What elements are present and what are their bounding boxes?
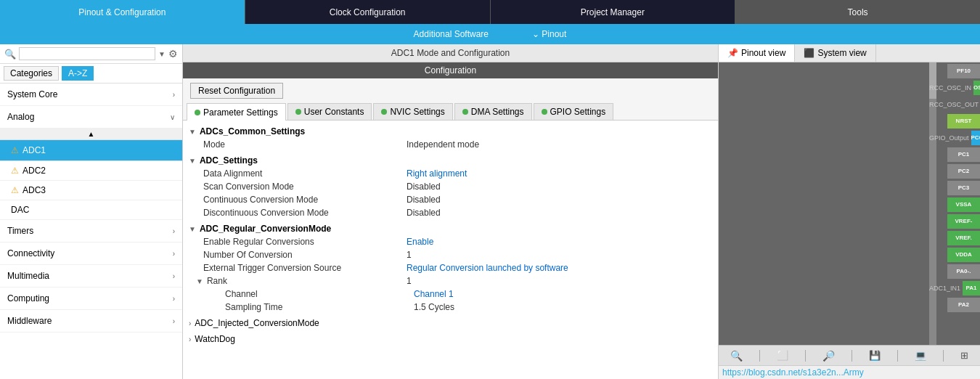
pin-item-nrst: NRST — [929, 113, 980, 129]
config-tabs: Parameter Settings User Constants NVIC S… — [183, 103, 718, 121]
pin-label-pc0: GPIO_Output — [929, 134, 971, 142]
pin-box-vssa[interactable]: VSSA — [947, 197, 980, 212]
nav-tools[interactable]: Tools — [735, 0, 980, 24]
warn-icon-adc1: ⚠ — [11, 145, 19, 155]
toolbar-div3 — [852, 350, 852, 362]
toolbar-div5 — [943, 350, 944, 362]
tab-gpio-settings[interactable]: GPIO Settings — [534, 103, 614, 120]
tree-rank-header[interactable]: ▼ Rank 1 — [196, 274, 712, 288]
sidebar-item-middleware[interactable]: Middleware › — [0, 310, 182, 333]
tree-section-header-adc-settings[interactable]: ▼ ADC_Settings — [189, 154, 712, 167]
nav-pinout[interactable]: Pinout & Configuration — [0, 0, 245, 24]
pin-item-vref-dot: VREF. — [929, 229, 980, 246]
tab-az[interactable]: A->Z — [62, 66, 94, 81]
pin-box-vref-minus[interactable]: VREF- — [947, 214, 980, 229]
save-icon[interactable]: 💾 — [866, 349, 883, 362]
pin-box-pc1[interactable]: PC1 — [947, 147, 980, 162]
reset-btn-container: Reset Configuration — [183, 78, 718, 103]
fit-view-icon[interactable]: ⬜ — [774, 349, 791, 362]
system-view-icon: ⬛ — [804, 48, 814, 58]
pin-box-osc-in[interactable]: OSC... — [973, 81, 980, 95]
toolbar-div4 — [897, 350, 898, 362]
pin-box-pf10[interactable]: PF10 — [947, 64, 980, 78]
tab-categories[interactable]: Categories — [4, 66, 59, 81]
tree-row-sampling-time: Sampling Time 1.5 Cycles — [196, 301, 712, 314]
tree-section-injected: › ADC_Injected_ConversionMode — [183, 315, 718, 331]
zoom-out-icon[interactable]: 🔍 — [727, 349, 746, 363]
tree-section-adc-settings: ▼ ADC_Settings Data Alignment Right alig… — [183, 152, 718, 221]
scroll-up-btn[interactable]: ▲ — [0, 129, 182, 140]
pin-list: PF10 RCC_OSC_IN OSC... RCC_OSC_OUT OSC..… — [929, 62, 980, 313]
pin-label-osc-out: RCC_OSC_OUT — [929, 101, 980, 108]
pin-item-pa1: ADC1_IN1 PA1 — [929, 280, 980, 296]
nav-additional-software[interactable]: Additional Software — [414, 29, 489, 39]
pin-item-pc2: PC2 — [929, 163, 980, 179]
tab-nvic-settings[interactable]: NVIC Settings — [373, 103, 452, 120]
pin-item-pf10: PF10 — [929, 62, 980, 79]
pin-box-pc3[interactable]: PC3 — [947, 181, 980, 195]
tab-pinout-view[interactable]: 📌 Pinout view — [719, 44, 795, 62]
sidebar-item-adc2[interactable]: ⚠ ADC2 — [0, 161, 182, 181]
search-input[interactable] — [19, 47, 155, 60]
nav-project[interactable]: Project Manager — [491, 0, 736, 24]
right-panel: 📌 Pinout view ⬛ System view PF10 — [719, 44, 980, 379]
sidebar-item-adc3[interactable]: ⚠ ADC3 — [0, 181, 182, 200]
pin-box-pa1[interactable]: PA1 — [963, 281, 980, 296]
zoom-in-icon[interactable]: 🔎 — [820, 349, 838, 363]
config-bar: Configuration — [183, 62, 718, 78]
warn-icon-adc2: ⚠ — [11, 166, 19, 176]
sidebar-item-system-core[interactable]: System Core › — [0, 83, 182, 106]
tree-section-header-injected[interactable]: › ADC_Injected_ConversionMode — [189, 317, 712, 330]
gear-icon[interactable]: ⚙ — [168, 48, 178, 60]
pin-box-pa2[interactable]: PA2 — [947, 298, 980, 312]
tab-user-constants[interactable]: User Constants — [287, 103, 372, 120]
nav-clock[interactable]: Clock Configuration — [245, 0, 491, 24]
sidebar-item-connectivity[interactable]: Connectivity › — [0, 243, 182, 265]
sidebar-item-computing[interactable]: Computing › — [0, 288, 182, 310]
grid-icon[interactable]: ⊞ — [957, 349, 971, 362]
tab-dma-settings[interactable]: DMA Settings — [454, 103, 532, 120]
pin-box-pa0[interactable]: PA0-. — [947, 264, 980, 279]
tree-section-header-adcs[interactable]: ▼ ADCs_Common_Settings — [189, 125, 712, 138]
tree-row-discontinuous-mode: Discontinuous Conversion Mode Disabled — [189, 206, 712, 219]
pin-item-pc1: PC1 — [929, 146, 980, 163]
tab-param-settings[interactable]: Parameter Settings — [187, 103, 286, 121]
sidebar-item-timers[interactable]: Timers › — [0, 220, 182, 243]
pin-box-pc2[interactable]: PC2 — [947, 164, 980, 179]
pin-label-osc-in: RCC_OSC_IN — [929, 84, 973, 91]
dot-dma — [462, 109, 468, 115]
chevron-right-multimedia: › — [173, 272, 175, 280]
sidebar-item-dac[interactable]: DAC — [0, 200, 182, 220]
tree-section-header-watchdog[interactable]: › WatchDog — [189, 333, 712, 346]
tree-row-scan-mode: Scan Conversion Mode Disabled — [189, 180, 712, 193]
nav-pinout-sub[interactable]: ⌄ Pinout — [532, 29, 566, 39]
pin-box-vref-dot[interactable]: VREF. — [947, 231, 980, 245]
reset-config-button[interactable]: Reset Configuration — [190, 83, 283, 99]
sidebar-item-analog[interactable]: Analog ∨ — [0, 106, 182, 129]
pin-box-pc0[interactable]: PC0 — [971, 131, 980, 145]
tree-section-header-regular[interactable]: ▼ ADC_Regular_ConversionMode — [189, 222, 712, 235]
tree-row-ext-trigger: External Trigger Conversion Source Regul… — [189, 261, 712, 274]
sidebar-item-adc1[interactable]: ⚠ ADC1 — [0, 140, 182, 161]
dropdown-arrow[interactable]: ▼ — [158, 50, 166, 58]
pin-label-pa1: ADC1_IN1 — [929, 285, 963, 292]
center-panel: ADC1 Mode and Configuration Configuratio… — [183, 44, 719, 379]
pin-box-vdda[interactable]: VDDA — [947, 248, 980, 262]
dot-gpio — [542, 109, 547, 115]
chevron-down-icon: ∨ — [170, 113, 175, 121]
pin-box-nrst[interactable]: NRST — [947, 114, 980, 129]
arrow-right-injected: › — [189, 319, 191, 327]
second-nav: Additional Software ⌄ Pinout — [0, 24, 980, 44]
pin-item-osc-in: RCC_OSC_IN OSC... — [929, 79, 980, 96]
tab-system-view[interactable]: ⬛ System view — [795, 44, 875, 62]
pin-item-pa0: PA0-. — [929, 263, 980, 280]
sidebar-item-multimedia[interactable]: Multimedia › — [0, 265, 182, 288]
tree-row-num-conversion: Number Of Conversion 1 — [189, 248, 712, 261]
pin-item-vdda: VDDA — [929, 246, 980, 263]
bottom-link: https://blog.csdn.net/s1a3e2n...Army — [719, 365, 980, 379]
pin-item-vssa: VSSA — [929, 196, 980, 213]
tree-section-adcs-common: ▼ ADCs_Common_Settings Mode Independent … — [183, 123, 718, 152]
chevron-right-computing: › — [173, 295, 175, 303]
chevron-right-timers: › — [173, 227, 175, 235]
monitor-icon[interactable]: 💻 — [912, 349, 929, 362]
